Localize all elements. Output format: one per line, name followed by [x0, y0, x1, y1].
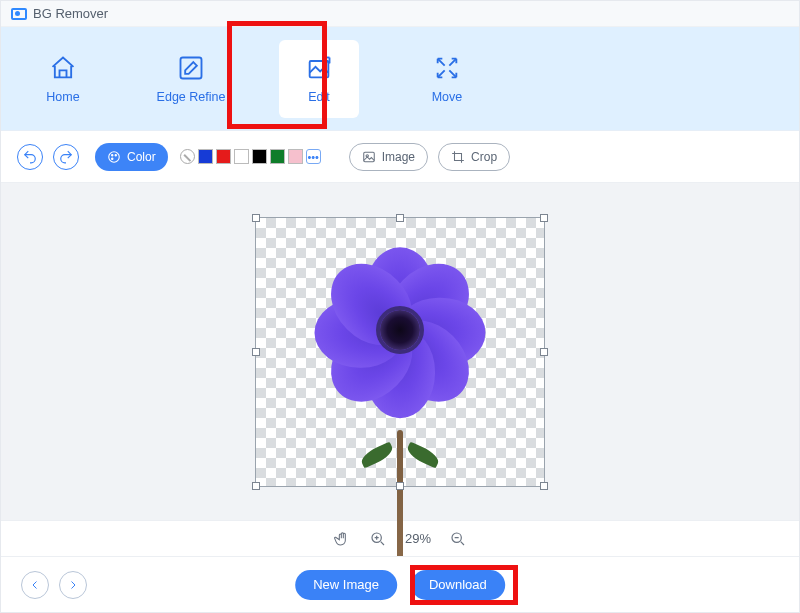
next-button[interactable] [59, 571, 87, 599]
image-icon [362, 150, 376, 164]
svg-point-2 [109, 151, 120, 162]
svg-rect-6 [363, 152, 374, 161]
swatch-pink[interactable] [288, 149, 303, 164]
zoom-out-button[interactable] [449, 530, 467, 548]
tool-home[interactable]: Home [23, 40, 103, 118]
tool-home-label: Home [46, 90, 79, 104]
swatch-blue[interactable] [198, 149, 213, 164]
color-mode-label: Color [127, 150, 156, 164]
image-bg-label: Image [382, 150, 415, 164]
resize-handle-bl[interactable] [252, 482, 260, 490]
redo-button[interactable] [53, 144, 79, 170]
zoom-in-button[interactable] [369, 530, 387, 548]
svg-point-3 [112, 154, 113, 155]
canvas-stage[interactable] [1, 183, 799, 520]
zoom-value: 29% [405, 531, 431, 546]
color-mode-button[interactable]: Color [95, 143, 168, 171]
tool-move[interactable]: Move [407, 40, 487, 118]
swatch-black[interactable] [252, 149, 267, 164]
footer-bar: New Image Download [1, 556, 799, 612]
svg-point-5 [112, 158, 113, 159]
swatch-more[interactable]: ••• [306, 149, 321, 164]
tool-edge-label: Edge Refine [157, 90, 226, 104]
prev-button[interactable] [21, 571, 49, 599]
app-title: BG Remover [33, 6, 108, 21]
svg-point-4 [115, 154, 116, 155]
resize-handle-br[interactable] [540, 482, 548, 490]
resize-handle-t[interactable] [396, 214, 404, 222]
title-bar: BG Remover [1, 1, 799, 27]
zoom-out-icon [450, 531, 466, 547]
move-arrows-icon [433, 54, 461, 82]
hand-icon [334, 531, 350, 547]
chevron-right-icon [67, 579, 79, 591]
color-swatch-row: ••• [180, 149, 321, 164]
swatch-red[interactable] [216, 149, 231, 164]
zoom-in-icon [370, 531, 386, 547]
resize-handle-tr[interactable] [540, 214, 548, 222]
resize-handle-b[interactable] [396, 482, 404, 490]
palette-icon [107, 150, 121, 164]
main-toolbar: Home Edge Refine Edit Move [1, 27, 799, 131]
new-image-button[interactable]: New Image [295, 570, 397, 600]
app-window: BG Remover Home Edge Refine Edit Move [0, 0, 800, 613]
resize-handle-r[interactable] [540, 348, 548, 356]
redo-icon [59, 150, 73, 164]
swatch-green[interactable] [270, 149, 285, 164]
app-logo-icon [11, 8, 27, 20]
swatch-none[interactable] [180, 149, 195, 164]
pan-hand-button[interactable] [333, 530, 351, 548]
tool-edit[interactable]: Edit [279, 40, 359, 118]
crop-icon [451, 150, 465, 164]
resize-handle-tl[interactable] [252, 214, 260, 222]
crop-image-icon [305, 54, 333, 82]
crop-label: Crop [471, 150, 497, 164]
resize-handle-l[interactable] [252, 348, 260, 356]
undo-button[interactable] [17, 144, 43, 170]
swatch-white[interactable] [234, 149, 249, 164]
undo-icon [23, 150, 37, 164]
image-selection-frame[interactable] [255, 217, 545, 487]
home-icon [49, 54, 77, 82]
tool-move-label: Move [432, 90, 463, 104]
image-bg-button[interactable]: Image [349, 143, 428, 171]
edit-options-bar: Color ••• Image Crop [1, 131, 799, 183]
crop-button[interactable]: Crop [438, 143, 510, 171]
download-button[interactable]: Download [411, 570, 505, 600]
tool-edit-label: Edit [308, 90, 330, 104]
svg-rect-0 [181, 57, 202, 78]
footer-actions: New Image Download [295, 570, 505, 600]
chevron-left-icon [29, 579, 41, 591]
edit-square-icon [177, 54, 205, 82]
tool-edge-refine[interactable]: Edge Refine [151, 40, 231, 118]
